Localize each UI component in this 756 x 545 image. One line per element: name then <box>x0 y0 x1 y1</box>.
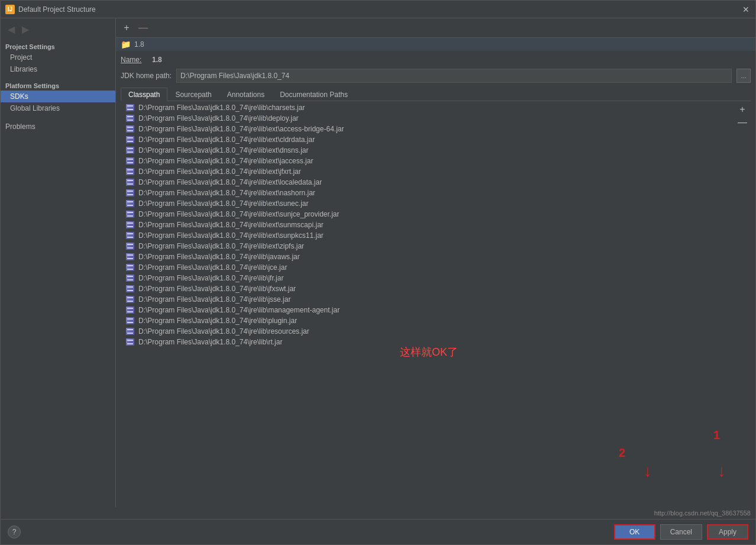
file-list-item[interactable]: D:\Program Files\Java\jdk1.8.0_74\jre\li… <box>121 113 734 124</box>
file-path-label: D:\Program Files\Java\jdk1.8.0_74\jre\li… <box>138 146 308 154</box>
file-list-item[interactable]: D:\Program Files\Java\jdk1.8.0_74\jre\li… <box>121 166 734 177</box>
jar-icon <box>125 232 135 239</box>
jar-icon <box>125 221 135 228</box>
file-path-label: D:\Program Files\Java\jdk1.8.0_74\jre\li… <box>138 157 313 165</box>
file-list-item[interactable]: D:\Program Files\Java\jdk1.8.0_74\jre\li… <box>121 145 734 156</box>
jar-icon <box>125 243 135 250</box>
sidebar-item-project[interactable]: Project <box>1 51 115 63</box>
file-list-item[interactable]: D:\Program Files\Java\jdk1.8.0_74\jre\li… <box>121 230 734 241</box>
file-list-item[interactable]: D:\Program Files\Java\jdk1.8.0_74\jre\li… <box>121 251 734 262</box>
tab-classpath[interactable]: Classpath <box>121 88 167 101</box>
close-button[interactable]: ✕ <box>741 5 751 14</box>
file-list-item[interactable]: D:\Program Files\Java\jdk1.8.0_74\jre\li… <box>121 198 734 209</box>
file-list-item[interactable]: D:\Program Files\Java\jdk1.8.0_74\jre\li… <box>121 156 734 166</box>
file-list-item[interactable]: D:\Program Files\Java\jdk1.8.0_74\jre\li… <box>121 262 734 273</box>
file-path-label: D:\Program Files\Java\jdk1.8.0_74\jre\li… <box>138 125 344 133</box>
sidebar-item-sdks[interactable]: SDKs <box>1 91 115 102</box>
file-path-label: D:\Program Files\Java\jdk1.8.0_74\jre\li… <box>138 104 305 112</box>
file-list-item[interactable]: D:\Program Files\Java\jdk1.8.0_74\jre\li… <box>121 209 734 220</box>
file-path-label: D:\Program Files\Java\jdk1.8.0_74\jre\li… <box>138 114 299 122</box>
tab-classpath-label: Classpath <box>128 91 160 99</box>
file-list-container: D:\Program Files\Java\jdk1.8.0_74\jre\li… <box>121 101 751 502</box>
remove-sdk-button[interactable]: — <box>137 22 149 34</box>
file-list-item[interactable]: D:\Program Files\Java\jdk1.8.0_74\jre\li… <box>121 102 734 113</box>
app-icon: IJ <box>5 5 15 14</box>
browse-icon: ... <box>741 72 746 79</box>
file-list-item[interactable]: D:\Program Files\Java\jdk1.8.0_74\jre\li… <box>121 124 734 134</box>
file-list-item[interactable]: D:\Program Files\Java\jdk1.8.0_74\jre\li… <box>121 188 734 198</box>
browse-button[interactable]: ... <box>736 69 751 83</box>
file-path-label: D:\Program Files\Java\jdk1.8.0_74\jre\li… <box>138 306 340 314</box>
folder-icon: 📁 <box>121 40 131 49</box>
cancel-button[interactable]: Cancel <box>660 524 702 540</box>
tab-documentation-paths[interactable]: Documentation Paths <box>272 88 356 101</box>
jar-icon <box>125 136 135 143</box>
sdk-item-label: 1.8 <box>134 40 144 49</box>
jar-icon <box>125 285 135 292</box>
sidebar-item-libraries[interactable]: Libraries <box>1 63 115 75</box>
help-button[interactable]: ? <box>8 525 21 538</box>
right-panel: + — 📁 1.8 Name: 1.8 <box>116 18 755 507</box>
file-path-label: D:\Program Files\Java\jdk1.8.0_74\jre\li… <box>138 274 283 282</box>
tabs-row: Classpath Sourcepath Annotations Documen… <box>121 88 751 101</box>
add-sdk-button[interactable]: + <box>121 22 133 34</box>
jar-icon <box>125 264 135 271</box>
file-path-label: D:\Program Files\Java\jdk1.8.0_74\jre\li… <box>138 199 308 208</box>
file-path-label: D:\Program Files\Java\jdk1.8.0_74\jre\li… <box>138 167 301 176</box>
jar-icon <box>125 104 135 111</box>
title-bar: IJ Default Project Structure ✕ <box>1 1 755 18</box>
jar-icon <box>125 338 135 346</box>
sdk-list-item[interactable]: 📁 1.8 <box>116 38 755 51</box>
sidebar-nav-buttons: ◀ ▶ <box>1 21 115 40</box>
sidebar-item-sdks-label: SDKs <box>10 92 28 101</box>
sdk-toolbar: + — <box>116 18 755 38</box>
nav-forward-button[interactable]: ▶ <box>20 23 31 35</box>
platform-settings-label: Platform Settings <box>1 79 115 91</box>
app-icon-label: IJ <box>8 6 12 12</box>
file-list-item[interactable]: D:\Program Files\Java\jdk1.8.0_74\jre\li… <box>121 177 734 188</box>
file-path-label: D:\Program Files\Java\jdk1.8.0_74\jre\li… <box>138 178 322 186</box>
file-list-item[interactable]: D:\Program Files\Java\jdk1.8.0_74\jre\li… <box>121 134 734 145</box>
ok-button[interactable]: OK <box>614 524 655 540</box>
dialog-title: Default Project Structure <box>18 5 738 14</box>
arrow-down-2: ↓ <box>644 462 652 480</box>
name-label: Name: <box>121 56 147 64</box>
tab-annotations-label: Annotations <box>227 91 264 99</box>
cancel-label: Cancel <box>670 528 692 536</box>
annotation-chinese-text: 这样就OK了 <box>400 345 458 359</box>
jar-icon <box>125 189 135 196</box>
file-list-item[interactable]: D:\Program Files\Java\jdk1.8.0_74\jre\li… <box>121 273 734 283</box>
sidebar-item-libraries-label: Libraries <box>10 65 37 73</box>
file-path-label: D:\Program Files\Java\jdk1.8.0_74\jre\li… <box>138 338 282 346</box>
jar-icon <box>125 115 135 122</box>
file-list-item[interactable]: D:\Program Files\Java\jdk1.8.0_74\jre\li… <box>121 220 734 230</box>
project-settings-label: Project Settings <box>1 40 115 51</box>
jdk-path-row: JDK home path: ... <box>121 69 751 83</box>
file-list-item[interactable]: D:\Program Files\Java\jdk1.8.0_74\jre\li… <box>121 326 734 337</box>
file-path-label: D:\Program Files\Java\jdk1.8.0_74\jre\li… <box>138 189 315 197</box>
file-path-label: D:\Program Files\Java\jdk1.8.0_74\jre\li… <box>138 263 287 272</box>
file-list-item[interactable]: D:\Program Files\Java\jdk1.8.0_74\jre\li… <box>121 294 734 305</box>
sidebar-item-global-libraries-label: Global Libraries <box>10 104 60 112</box>
tab-sourcepath-label: Sourcepath <box>175 91 211 99</box>
remove-file-button[interactable]: — <box>736 117 748 128</box>
sidebar-item-problems[interactable]: Problems <box>1 119 115 134</box>
sidebar-item-global-libraries[interactable]: Global Libraries <box>1 102 115 114</box>
apply-label: Apply <box>719 528 736 536</box>
jar-icon <box>125 328 135 335</box>
file-list-item[interactable]: D:\Program Files\Java\jdk1.8.0_74\jre\li… <box>121 241 734 251</box>
tab-sourcepath[interactable]: Sourcepath <box>167 88 219 101</box>
jar-icon <box>125 125 135 133</box>
file-list-item[interactable]: D:\Program Files\Java\jdk1.8.0_74\jre\li… <box>121 305 734 315</box>
file-path-label: D:\Program Files\Java\jdk1.8.0_74\jre\li… <box>138 317 297 325</box>
jdk-path-input[interactable] <box>176 69 732 83</box>
jar-icon <box>125 147 135 154</box>
add-file-button[interactable]: + <box>736 104 748 115</box>
jar-icon <box>125 179 135 186</box>
apply-button[interactable]: Apply <box>707 524 748 540</box>
nav-back-button[interactable]: ◀ <box>5 23 17 35</box>
file-list-item[interactable]: D:\Program Files\Java\jdk1.8.0_74\jre\li… <box>121 283 734 294</box>
help-icon: ? <box>12 528 17 536</box>
file-list-item[interactable]: D:\Program Files\Java\jdk1.8.0_74\jre\li… <box>121 315 734 326</box>
tab-annotations[interactable]: Annotations <box>219 88 272 101</box>
